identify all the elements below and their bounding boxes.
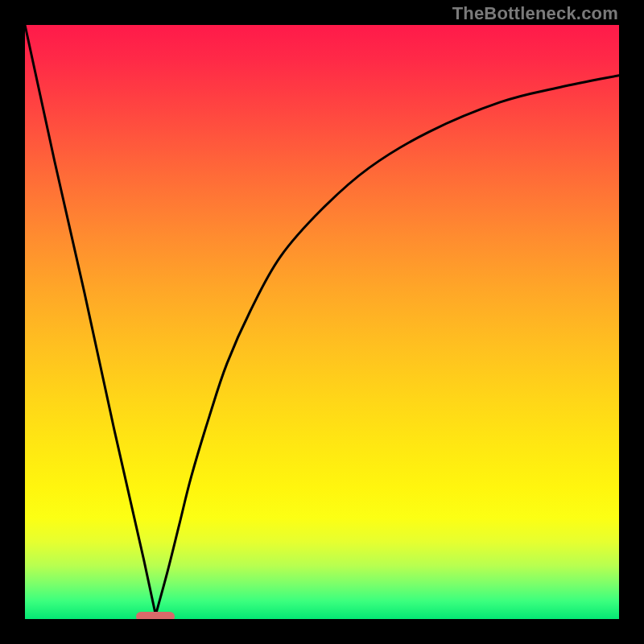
curve-path <box>25 25 619 615</box>
optimum-marker <box>136 612 175 619</box>
plot-area <box>25 25 619 619</box>
bottleneck-curve <box>25 25 619 619</box>
chart-frame: TheBottleneck.com <box>0 0 644 644</box>
attribution-text: TheBottleneck.com <box>452 3 618 24</box>
